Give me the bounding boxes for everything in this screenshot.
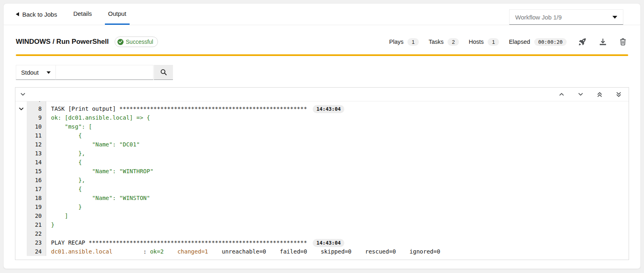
double-chevron-down-icon[interactable]	[616, 92, 621, 97]
back-arrow-icon	[16, 12, 19, 16]
search-row: Stdout	[16, 65, 628, 80]
stat-label: Elapsed	[509, 39, 530, 45]
line-content: {	[46, 131, 82, 140]
line-number: 24	[27, 247, 46, 256]
line-expand-cell	[15, 193, 27, 202]
line-number: 22	[27, 229, 46, 238]
stdout-filter-dropdown[interactable]: Stdout	[16, 65, 56, 80]
job-output-page: Back to Jobs Details Output Workflow Job…	[3, 3, 641, 269]
stat-value-badge: 1	[488, 38, 499, 46]
line-expand-cell	[15, 220, 27, 229]
status-badge-label: Successful	[126, 39, 154, 45]
double-chevron-up-icon[interactable]	[597, 92, 602, 97]
stat-label: Plays	[389, 39, 403, 45]
line-number: 16	[27, 176, 46, 185]
output-toolbar	[15, 88, 629, 101]
back-to-jobs-link[interactable]: Back to Jobs	[16, 4, 57, 25]
line-content: PLAY RECAP *****************************…	[46, 238, 344, 247]
workflow-job-select-value: Workflow Job 1/9	[515, 14, 562, 21]
line-expand-cell	[15, 122, 27, 131]
search-input[interactable]	[56, 65, 154, 80]
line-expand-cell	[15, 158, 27, 167]
line-content: TASK [Print output] ********************…	[46, 104, 344, 113]
console-text-segment: TASK [Print output] ********************…	[51, 105, 307, 112]
delete-trash-icon[interactable]	[619, 38, 627, 45]
line-number: 7	[27, 101, 46, 104]
line-content: },	[46, 149, 85, 158]
console-line: 15 "Name": "WINTHROP"	[15, 167, 629, 176]
workflow-job-select[interactable]: Workflow Job 1/9	[509, 9, 623, 25]
job-stats: Plays1Tasks2Hosts1Elapsed00:00:20	[389, 38, 567, 46]
line-number: 13	[27, 149, 46, 158]
back-to-jobs-label: Back to Jobs	[22, 11, 57, 18]
line-content: "Name": "WINTHROP"	[46, 167, 154, 176]
output-panel: 78TASK [Print output] ******************…	[15, 87, 629, 260]
console-text-segment: unreachable=0 failed=0 skipped=0 rescued…	[208, 248, 440, 255]
console-line: 17 {	[15, 185, 629, 193]
line-expand-cell	[15, 238, 27, 247]
console-line: 13 },	[15, 149, 629, 158]
console-text-segment: ok: [dc01.ansible.local] => {	[51, 114, 150, 121]
chevron-down-icon[interactable]	[578, 92, 583, 97]
line-expand-cell	[15, 167, 27, 176]
console-text-segment: }	[51, 204, 82, 210]
line-number: 23	[27, 238, 46, 247]
console-line: 19 }	[15, 202, 629, 211]
console-line: 22	[15, 229, 629, 238]
console-line: 12 "Name": "DC01"	[15, 140, 629, 149]
line-content	[46, 101, 51, 104]
line-expand-cell	[15, 229, 27, 238]
console-line: 21}	[15, 220, 629, 229]
console-text-segment: "msg": [	[51, 123, 92, 130]
stdout-filter-value: Stdout	[21, 69, 38, 76]
line-expand-cell	[15, 113, 27, 122]
line-content: {	[46, 158, 82, 167]
console-line: 23PLAY RECAP ***************************…	[15, 238, 629, 247]
tab-details[interactable]: Details	[70, 4, 95, 25]
console-text-segment: changed=1	[177, 248, 208, 255]
console-text-segment: {	[51, 132, 82, 139]
header-actions	[579, 38, 627, 45]
stat-plays: Plays1	[389, 38, 419, 46]
console-line: 18 "Name": "WINSTON"	[15, 193, 629, 202]
line-number: 14	[27, 158, 46, 167]
line-number: 21	[27, 220, 46, 229]
line-expand-cell	[15, 176, 27, 185]
console-line: 20 ]	[15, 211, 629, 220]
expand-collapse-all-chevron-icon[interactable]	[20, 92, 26, 97]
tab-output[interactable]: Output	[105, 4, 130, 25]
tab-output-label: Output	[108, 10, 126, 17]
job-status-bar	[16, 54, 628, 56]
line-number: 10	[27, 122, 46, 131]
console-text-segment: dc01.ansible.local	[51, 248, 113, 255]
line-number: 8	[27, 104, 46, 113]
line-expand-cell	[15, 149, 27, 158]
console-line: 11 {	[15, 131, 629, 140]
stat-label: Hosts	[469, 39, 484, 45]
line-content: "msg": [	[46, 122, 92, 131]
line-number: 20	[27, 211, 46, 220]
chevron-up-icon[interactable]	[559, 92, 564, 97]
search-button[interactable]	[154, 65, 173, 80]
console-text-segment: },	[51, 150, 85, 157]
stat-label: Tasks	[429, 39, 444, 45]
line-number: 19	[27, 202, 46, 211]
line-content: {	[46, 185, 82, 193]
stat-hosts: Hosts1	[469, 38, 499, 46]
line-content	[46, 229, 51, 238]
console-line: 7	[15, 101, 629, 104]
relaunch-rocket-icon[interactable]	[579, 38, 586, 45]
download-icon[interactable]	[599, 38, 606, 45]
line-expand-cell	[15, 101, 27, 104]
line-content: ok: [dc01.ansible.local] => {	[46, 113, 150, 122]
console-line: 24dc01.ansible.local : ok=2 changed=1 un…	[15, 247, 629, 256]
console-text-segment: "Name": "WINTHROP"	[51, 168, 154, 174]
stat-elapsed: Elapsed00:00:20	[509, 38, 567, 46]
line-expand-chevron-icon[interactable]	[15, 104, 27, 113]
line-expand-cell	[15, 185, 27, 193]
line-number: 9	[27, 113, 46, 122]
line-content: "Name": "DC01"	[46, 140, 140, 149]
line-content: }	[46, 220, 54, 229]
console-text-segment: PLAY RECAP *****************************…	[51, 239, 307, 246]
console-line: 16 },	[15, 176, 629, 185]
